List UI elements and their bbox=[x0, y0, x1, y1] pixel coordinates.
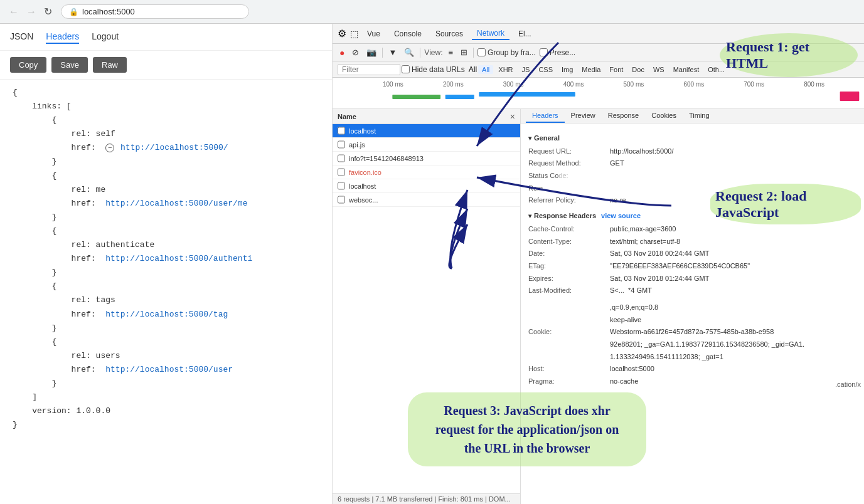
hide-data-urls-checkbox[interactable]: Hide data URLs bbox=[402, 65, 465, 74]
json-block5-open: { bbox=[13, 335, 319, 349]
general-section-header: General bbox=[528, 132, 856, 144]
detail-val-expires: Sat, 03 Nov 2018 01:24:44 GMT bbox=[610, 273, 709, 285]
camera-button[interactable]: 📷 bbox=[365, 47, 378, 58]
hide-data-input[interactable] bbox=[402, 65, 410, 73]
forward-button[interactable]: → bbox=[24, 4, 39, 19]
devtools-type-bar: Hide data URLs All All XHR JS CSS Img Me… bbox=[333, 61, 864, 78]
detail-key-date: Date: bbox=[528, 248, 610, 260]
type-font-btn[interactable]: Font bbox=[605, 65, 627, 74]
filter-toggle-button[interactable]: ▼ bbox=[387, 47, 398, 58]
detail-pragma: Pragma: no-cache bbox=[528, 375, 856, 387]
raw-button[interactable]: Raw bbox=[93, 57, 127, 73]
timeline: 100 ms 200 ms 300 ms 400 ms 500 ms 600 m… bbox=[333, 78, 864, 109]
tab-headers[interactable]: Headers bbox=[46, 30, 79, 44]
detail-referrer-policy: Referrer Policy: no-re... bbox=[528, 194, 856, 206]
view-source-link[interactable]: view source bbox=[601, 210, 641, 222]
request-name-info: info?t=15412046848913 bbox=[349, 155, 515, 162]
type-js-btn[interactable]: JS bbox=[518, 65, 534, 74]
json-link-5[interactable]: http://localhost:5000/user bbox=[105, 365, 233, 374]
detail-tab-timing[interactable]: Timing bbox=[683, 109, 716, 123]
detail-val-cookie-cont2: 1.1333249496.15411112038; _gat=1 bbox=[610, 351, 723, 363]
request-checkbox-localhost2[interactable] bbox=[338, 182, 345, 190]
type-manifest-btn[interactable]: Manifest bbox=[669, 65, 703, 74]
nav-buttons: ← → ↻ bbox=[6, 4, 55, 19]
detail-cookie: Cookie: Webstorm-a661f26=457d872a-7575-4… bbox=[528, 326, 856, 338]
close-details-button[interactable]: × bbox=[510, 112, 515, 122]
json-block2-open: { bbox=[13, 169, 319, 183]
devtools-tab-console[interactable]: Console bbox=[389, 28, 427, 39]
request-item-apijs[interactable]: api.js bbox=[333, 138, 520, 152]
detail-key-referrer-policy: Referrer Policy: bbox=[528, 194, 610, 206]
group-by-checkbox[interactable]: Group by fra... bbox=[477, 48, 536, 57]
details-content: General Request URL: http://localhost:50… bbox=[521, 123, 864, 393]
request-item-localhost2[interactable]: localhost bbox=[333, 179, 520, 193]
request-checkbox-apijs[interactable] bbox=[338, 140, 345, 149]
request-item-websoc[interactable]: websoc... bbox=[333, 193, 520, 207]
type-ws-btn[interactable]: WS bbox=[649, 65, 668, 74]
type-other-btn[interactable]: Oth... bbox=[704, 65, 728, 74]
json-link-1[interactable]: http://localhost:5000/ bbox=[120, 143, 228, 152]
back-button[interactable]: ← bbox=[6, 4, 21, 19]
detail-val-accept-encoding: ,q=0.9,en;q=0.8 bbox=[610, 302, 658, 313]
json-link-4[interactable]: http://localhost:5000/tag bbox=[105, 310, 228, 319]
devtools-tab-network[interactable]: Network bbox=[472, 28, 509, 40]
group-by-input[interactable] bbox=[477, 48, 486, 56]
left-panel: JSON Headers Logout Copy Save Raw { link… bbox=[0, 24, 333, 504]
devtools-tab-vue[interactable]: Vue bbox=[362, 28, 385, 39]
detail-tab-preview[interactable]: Preview bbox=[565, 109, 602, 123]
json-rel2: rel: me bbox=[13, 183, 319, 197]
json-link-3[interactable]: http://localhost:5000/authenti bbox=[105, 254, 252, 263]
request-checkbox-info[interactable] bbox=[338, 154, 345, 162]
type-css-btn[interactable]: CSS bbox=[535, 65, 557, 74]
preserve-log-checkbox[interactable]: Prese... bbox=[540, 48, 575, 57]
type-media-btn[interactable]: Media bbox=[578, 65, 604, 74]
type-doc-btn[interactable]: Doc bbox=[628, 65, 648, 74]
devtools-inspect-icon[interactable]: ⬚ bbox=[350, 29, 358, 39]
request-item-localhost[interactable]: localhost bbox=[333, 124, 520, 138]
devtools-tab-elements[interactable]: El... bbox=[513, 28, 536, 39]
view-list-btn[interactable]: ≡ bbox=[446, 47, 455, 58]
devtools-settings-icon[interactable]: ⚙ bbox=[338, 28, 346, 39]
view-grid-btn[interactable]: ⊞ bbox=[459, 47, 469, 58]
devtools-tab-sources[interactable]: Sources bbox=[430, 28, 468, 39]
address-bar[interactable]: 🔒 localhost:5000 bbox=[61, 4, 249, 19]
detail-key-content-type: Content-Type: bbox=[528, 236, 610, 248]
main-content: JSON Headers Logout Copy Save Raw { link… bbox=[0, 24, 864, 504]
detail-key-accept-encoding bbox=[528, 302, 610, 313]
detail-val-cache-control: public,max-age=3600 bbox=[610, 223, 676, 235]
json-block2-close: } bbox=[13, 211, 319, 224]
tab-json[interactable]: JSON bbox=[10, 30, 33, 44]
timeline-labels: 100 ms 200 ms 300 ms 400 ms 500 ms 600 m… bbox=[383, 81, 864, 88]
type-filter-label: All bbox=[469, 65, 477, 74]
request-item-favicon[interactable]: favicon.ico bbox=[333, 165, 520, 179]
timeline-label-500: 500 ms bbox=[624, 81, 684, 88]
record-button[interactable]: ● bbox=[338, 47, 346, 58]
detail-tab-response[interactable]: Response bbox=[602, 109, 646, 123]
json-link-2[interactable]: http://localhost:5000/user/me bbox=[105, 199, 247, 208]
detail-tab-headers[interactable]: Headers bbox=[526, 109, 565, 123]
details-tabs: Headers Preview Response Cookies Timing bbox=[521, 109, 864, 123]
type-all-btn[interactable]: All bbox=[478, 65, 493, 74]
detail-val-request-url: http://localhost:5000/ bbox=[610, 145, 674, 157]
json-block4-close: } bbox=[13, 322, 319, 335]
copy-button[interactable]: Copy bbox=[10, 57, 46, 73]
json-rel5: rel: users bbox=[13, 349, 319, 363]
type-xhr-btn[interactable]: XHR bbox=[494, 65, 516, 74]
request-checkbox-favicon[interactable] bbox=[338, 168, 345, 176]
stop-record-button[interactable]: ⊘ bbox=[350, 47, 361, 58]
request-checkbox-websoc[interactable] bbox=[338, 196, 345, 204]
json-href2: href: http://localhost:5000/user/me bbox=[13, 197, 319, 211]
minus-icon-1[interactable]: − bbox=[105, 144, 114, 152]
request-checkbox-localhost[interactable] bbox=[338, 127, 345, 135]
detail-date: Date: Sat, 03 Nov 2018 00:24:44 GMT bbox=[528, 248, 856, 260]
search-button[interactable]: 🔍 bbox=[402, 47, 416, 58]
type-img-btn[interactable]: Img bbox=[558, 65, 577, 74]
save-button[interactable]: Save bbox=[51, 57, 88, 73]
detail-tab-cookies[interactable]: Cookies bbox=[645, 109, 683, 123]
left-panel-tabs: JSON Headers Logout bbox=[0, 24, 332, 51]
tab-logout[interactable]: Logout bbox=[92, 30, 119, 44]
reload-button[interactable]: ↻ bbox=[41, 4, 55, 19]
preserve-log-input[interactable] bbox=[540, 48, 548, 56]
filter-input[interactable] bbox=[338, 64, 400, 75]
request-item-info[interactable]: info?t=15412046848913 bbox=[333, 152, 520, 165]
